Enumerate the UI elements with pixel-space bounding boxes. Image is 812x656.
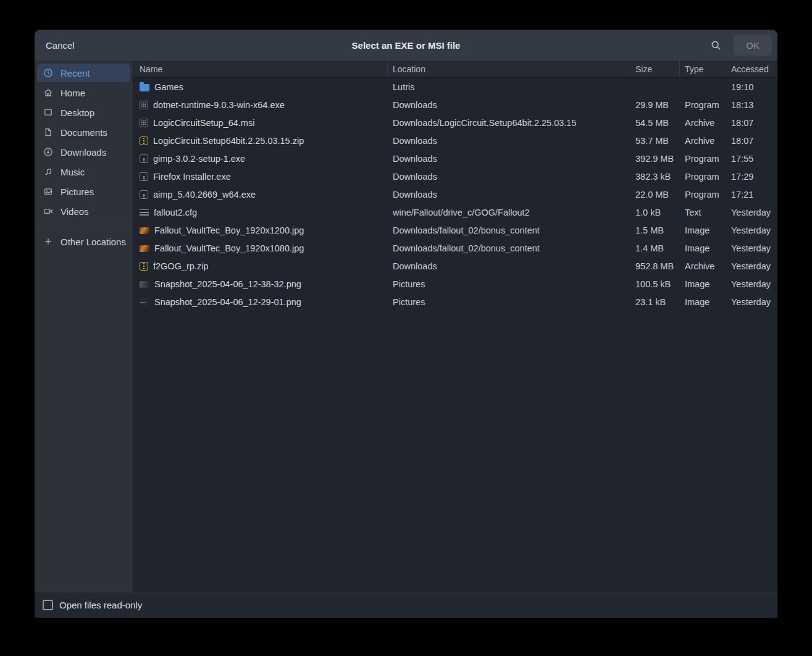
clock-icon [43, 68, 53, 78]
file-accessed: Yesterday [726, 279, 777, 289]
table-row[interactable]: fallout2.cfgwine/Fallout/drive_c/GOG/Fal… [133, 203, 777, 221]
sidebar-item-pictures[interactable]: Pictures [37, 182, 130, 201]
file-location: Downloads/fallout_02/bonus_content [388, 225, 630, 235]
file-accessed: Yesterday [726, 243, 777, 253]
sidebar-item-videos[interactable]: Videos [37, 202, 130, 221]
file-name-cell: dotnet-runtime-9.0.3-win-x64.exe [133, 100, 388, 110]
file-size: 392.9 MB [630, 154, 680, 164]
table-row[interactable]: dotnet-runtime-9.0.3-win-x64.exeDownload… [133, 96, 777, 114]
file-name: Firefox Installer.exe [153, 172, 231, 182]
file-accessed: Yesterday [726, 208, 777, 217]
archive-icon [140, 262, 148, 271]
sidebar-item-other-locations[interactable]: Other Locations [37, 232, 130, 251]
file-list: GamesLutris19:10dotnet-runtime-9.0.3-win… [133, 78, 777, 592]
sidebar-item-label: Pictures [61, 187, 94, 197]
table-row[interactable]: LogicCircuitSetup_64.msiDownloads/LogicC… [133, 114, 777, 132]
table-row[interactable]: gimp-3.0.2-setup-1.exeDownloads392.9 MBP… [133, 149, 777, 167]
table-row[interactable]: aimp_5.40.2669_w64.exeDownloads22.0 MBPr… [133, 185, 777, 203]
file-name: fallout2.cfg [154, 208, 197, 217]
search-icon[interactable] [706, 36, 725, 54]
file-name: Fallout_VaultTec_Boy_1920x1080.jpg [154, 243, 304, 253]
file-type: Archive [680, 118, 726, 128]
file-name-cell: Snapshot_2025-04-06_12-29-01.png [133, 297, 388, 307]
file-accessed: Yesterday [726, 225, 777, 235]
column-header-size[interactable]: Size [630, 61, 680, 77]
sidebar-item-label: Videos [61, 206, 89, 217]
places-sidebar: Recent Home Deskto [35, 61, 133, 592]
sidebar-separator [35, 227, 133, 227]
sidebar-item-music[interactable]: Music [37, 162, 130, 181]
file-size: 53.7 MB [630, 136, 680, 146]
column-header-type[interactable]: Type [680, 61, 726, 77]
file-accessed: 17:55 [726, 154, 777, 164]
file-location: Downloads [388, 136, 630, 146]
file-location: Lutris [388, 82, 630, 92]
file-size: 1.0 kB [630, 208, 680, 217]
column-header-accessed[interactable]: Accessed [726, 61, 777, 77]
sidebar-item-label: Recent [61, 68, 90, 78]
file-name-cell: gimp-3.0.2-setup-1.exe [133, 154, 388, 164]
installer-icon [140, 190, 148, 199]
file-type: Text [680, 208, 726, 217]
table-row[interactable]: GamesLutris19:10 [133, 78, 777, 96]
file-name: gimp-3.0.2-setup-1.exe [153, 154, 245, 164]
file-name: Fallout_VaultTec_Boy_1920x1200.jpg [154, 225, 304, 235]
file-name-cell: f2GOG_rp.zip [133, 261, 388, 271]
file-size: 54.5 MB [630, 118, 680, 128]
headerbar-right-group: OK [706, 35, 772, 56]
file-chooser-dialog: Cancel Select an EXE or MSI file OK [35, 30, 777, 618]
file-size: 382.3 kB [630, 172, 680, 182]
file-type: Image [680, 225, 726, 235]
table-header: Name Location Size Type Accessed [133, 61, 777, 78]
file-name-cell: fallout2.cfg [133, 208, 388, 217]
file-name: dotnet-runtime-9.0.3-win-x64.exe [153, 100, 285, 110]
file-accessed: 17:21 [726, 190, 777, 200]
table-row[interactable]: Snapshot_2025-04-06_12-29-01.pngPictures… [133, 293, 777, 311]
cancel-button[interactable]: Cancel [40, 35, 81, 56]
sidebar-item-label: Music [61, 167, 85, 177]
read-only-checkbox[interactable] [43, 600, 53, 610]
sidebar-item-downloads[interactable]: Downloads [37, 143, 130, 161]
read-only-label: Open files read-only [59, 600, 142, 610]
archive-icon [140, 137, 148, 145]
file-accessed: 17:29 [726, 172, 777, 182]
sidebar-item-documents[interactable]: Documents [37, 123, 130, 141]
file-name: LogicCircuit.Setup64bit.2.25.03.15.zip [153, 136, 304, 146]
table-row[interactable]: Fallout_VaultTec_Boy_1920x1080.jpgDownlo… [133, 239, 777, 257]
file-name: aimp_5.40.2669_w64.exe [153, 190, 256, 200]
file-type: Image [680, 243, 726, 253]
file-location: Downloads [388, 261, 630, 271]
dialog-body: Recent Home Deskto [35, 61, 777, 592]
dialog-footer: Open files read-only [35, 592, 777, 618]
sidebar-item-home[interactable]: Home [37, 83, 130, 102]
installer-icon [140, 172, 148, 181]
table-row[interactable]: Snapshot_2025-04-06_12-38-32.pngPictures… [133, 275, 777, 293]
file-size: 1.5 MB [630, 225, 680, 235]
sidebar-item-recent[interactable]: Recent [37, 64, 130, 82]
file-type: Image [680, 297, 726, 307]
desktop-icon [43, 107, 53, 117]
program-icon [140, 101, 148, 109]
image-fallout-icon [140, 245, 149, 252]
table-row[interactable]: LogicCircuit.Setup64bit.2.25.03.15.zipDo… [133, 132, 777, 149]
ok-button[interactable]: OK [734, 35, 772, 56]
file-name-cell: Firefox Installer.exe [133, 172, 388, 182]
file-name: f2GOG_rp.zip [153, 261, 208, 271]
file-location: Downloads [388, 190, 630, 200]
sidebar-item-label: Other Locations [61, 237, 126, 247]
column-header-location[interactable]: Location [388, 61, 630, 77]
image-snapshot-icon [140, 281, 149, 288]
table-row[interactable]: Fallout_VaultTec_Boy_1920x1200.jpgDownlo… [133, 221, 777, 239]
column-header-name[interactable]: Name [133, 61, 388, 77]
sidebar-item-label: Home [61, 88, 85, 98]
file-size: 22.0 MB [630, 190, 680, 200]
dialog-title: Select an EXE or MSI file [352, 40, 461, 51]
sidebar-item-desktop[interactable]: Desktop [37, 103, 130, 122]
file-location: Downloads [388, 172, 630, 182]
file-name-cell: Fallout_VaultTec_Boy_1920x1080.jpg [133, 243, 388, 253]
video-camera-icon [43, 206, 53, 216]
table-row[interactable]: f2GOG_rp.zipDownloads952.8 MBArchiveYest… [133, 257, 777, 275]
file-size: 23.1 kB [630, 297, 680, 307]
plus-icon [43, 237, 53, 246]
table-row[interactable]: Firefox Installer.exeDownloads382.3 kBPr… [133, 167, 777, 185]
